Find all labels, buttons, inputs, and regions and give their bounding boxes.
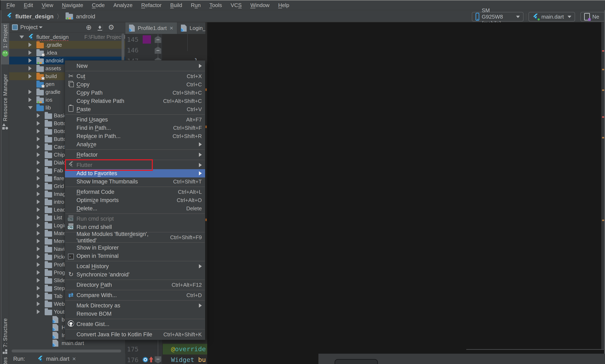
- menubar-item-vcs[interactable]: VCS: [226, 1, 246, 10]
- menubar-item-view[interactable]: View: [37, 1, 58, 10]
- tree-row-main-dart[interactable]: main.dart: [9, 339, 125, 347]
- fold-connector-line: [158, 340, 158, 357]
- menubar-item-navigate[interactable]: Navigate: [58, 1, 88, 10]
- menu-item-analyze[interactable]: Analyze: [65, 140, 205, 149]
- menu-item-copy-path[interactable]: Copy PathCtrl+Shift+C: [65, 89, 205, 97]
- menubar-item-code[interactable]: Code: [87, 1, 109, 10]
- chevron-right-icon: [37, 121, 40, 126]
- error-stripe-mark[interactable]: [602, 69, 604, 70]
- chevron-right-icon: [37, 176, 40, 181]
- tree-row-flutter-design[interactable]: flutter_designF:\Flutter Project\Flutter…: [9, 33, 125, 41]
- menubar-item-edit[interactable]: Edit: [19, 1, 37, 10]
- editor-sliver: [205, 22, 207, 340]
- menu-item-show-in-explorer[interactable]: Show in Explorer: [65, 244, 205, 252]
- menu-item-label: Remove BOM: [77, 311, 112, 317]
- menu-item-new[interactable]: New: [65, 62, 205, 70]
- tool-stripe-button-tes[interactable]: tes: [1, 356, 9, 364]
- menu-separator: [65, 160, 205, 160]
- menu-item-find-in-path[interactable]: Find in Path...Ctrl+Shift+F: [65, 124, 205, 132]
- chevron-right-icon: [37, 255, 40, 259]
- menubar-item-tools[interactable]: Tools: [205, 1, 226, 10]
- menu-item-compare-with[interactable]: ⇄Compare With...Ctrl+D: [65, 291, 205, 299]
- menu-item-remove-bom[interactable]: Remove BOM: [65, 310, 205, 318]
- menu-item-shortcut: Ctrl+V: [178, 106, 202, 113]
- tool-stripe-button-1-project[interactable]: 1: Project: [1, 23, 9, 65]
- menubar-item-file[interactable]: File: [2, 1, 19, 10]
- menubar-item-analyze[interactable]: Analyze: [109, 1, 137, 10]
- menubar-item-build[interactable]: Build: [166, 1, 187, 10]
- line-number: 175: [126, 345, 138, 353]
- tool-stripe-button-resource-manager[interactable]: Resource Manager: [1, 73, 9, 153]
- tree-label: Grid: [54, 183, 64, 189]
- chevron-down-icon: [568, 16, 571, 18]
- menu-item-optimize-imports[interactable]: Optimize ImportsCtrl+Alt+O: [65, 196, 205, 204]
- partial-overlay-button[interactable]: [335, 359, 378, 364]
- bottom-right-divider: [466, 349, 605, 350]
- menu-item-copy-relative-path[interactable]: Copy Relative PathCtrl+Alt+Shift+C: [65, 97, 205, 105]
- menu-item-local-history[interactable]: Local History: [65, 262, 205, 270]
- run-config-selector[interactable]: main.dart: [528, 12, 575, 22]
- chevron-right-icon: [37, 247, 40, 251]
- editor-tab-profile1-dart[interactable]: Profile1.dart×: [125, 22, 177, 34]
- locate-icon[interactable]: ⊕: [86, 24, 92, 31]
- run-tab-main-dart[interactable]: main.dart×: [37, 355, 76, 362]
- project-view-icon: [12, 24, 18, 30]
- chevron-right-icon: [37, 270, 40, 275]
- breadcrumb-android[interactable]: android: [76, 13, 95, 20]
- menu-item-make-modules-flutterdesign-untitled[interactable]: Make Modules 'flutterdesign', 'untitled'…: [65, 233, 205, 242]
- menu-item-run-cmd-shell[interactable]: CMDRun cmd shell: [65, 223, 205, 231]
- menu-item-find-usages[interactable]: Find UsagesAlt+F7: [65, 116, 205, 124]
- menu-item-show-image-thumbnails[interactable]: Show Image ThumbnailsCtrl+Shift+T: [65, 177, 205, 186]
- chevron-right-icon: [37, 160, 40, 165]
- menu-item-create-gist[interactable]: Create Gist...: [65, 320, 205, 328]
- menu-item-paste[interactable]: PasteCtrl+V: [65, 105, 205, 113]
- sync-icon: ↻: [67, 271, 75, 278]
- close-icon[interactable]: ×: [72, 355, 76, 362]
- close-icon[interactable]: ×: [170, 25, 173, 32]
- error-stripe-mark[interactable]: [602, 116, 604, 118]
- menu-item-reformat-code[interactable]: Reformat CodeCtrl+Alt+L: [65, 188, 205, 196]
- menu-item-label: Show Image Thumbnails: [77, 179, 138, 185]
- error-stripe-mark[interactable]: [602, 50, 604, 52]
- chevron-right-icon: [37, 231, 40, 235]
- error-stripe-mark[interactable]: [602, 90, 604, 91]
- menu-item-synchronize-android[interactable]: ↻Synchronize 'android': [65, 270, 205, 279]
- menu-item-open-in-terminal[interactable]: >_Open in Terminal: [65, 252, 205, 260]
- project-panel-header: Project⊕⚙: [9, 22, 125, 32]
- menubar-item-refactor[interactable]: Refactor: [137, 1, 166, 10]
- menu-item-cut[interactable]: ✂CutCtrl+X: [65, 72, 205, 80]
- menu-item-convert-java-file-to-kotlin-file[interactable]: Convert Java File to Kotlin FileCtrl+Alt…: [65, 330, 205, 338]
- device-selector[interactable]: SM G925W8 (mobile): [472, 12, 524, 22]
- menu-separator: [65, 300, 205, 300]
- menubar-item-run[interactable]: Run: [187, 1, 205, 10]
- tree-row-gradle[interactable]: .gradle: [9, 41, 125, 49]
- error-stripe-mark[interactable]: [602, 137, 604, 138]
- menu-item-mark-directory-as[interactable]: Mark Directory as: [65, 301, 205, 310]
- chevron-right-icon: [28, 58, 32, 63]
- menu-separator: [65, 319, 205, 319]
- menu-item-directory-path[interactable]: Directory PathCtrl+Alt+F12: [65, 281, 205, 289]
- breadcrumb-project[interactable]: flutter_design: [15, 13, 54, 20]
- error-stripe-mark[interactable]: [602, 220, 604, 221]
- settings-gear-icon[interactable]: ⚙: [108, 24, 114, 31]
- panel-title[interactable]: Project: [20, 24, 38, 31]
- menu-item-add-to-favorites[interactable]: Add to Favorites: [65, 169, 205, 177]
- menu-item-delete[interactable]: Delete...Delete: [65, 204, 205, 213]
- menu-item-shortcut: Ctrl+Shift+F: [165, 125, 202, 131]
- tree-label: ios: [45, 97, 52, 103]
- menu-item-shortcut: Ctrl+Shift+F9: [162, 234, 202, 241]
- menubar-item-help[interactable]: Help: [274, 1, 293, 10]
- partial-toolbar-button[interactable]: Ne: [580, 12, 605, 22]
- editor-tab-login-outli[interactable]: Login_Outli: [177, 22, 207, 34]
- color-preview-swatch[interactable]: [143, 35, 151, 44]
- menu-item-shortcut: Delete: [178, 205, 202, 212]
- menu-item-copy[interactable]: CopyCtrl+C: [65, 80, 205, 89]
- code-line: @override: [163, 345, 206, 353]
- override-marker-icon[interactable]: [143, 357, 148, 362]
- tool-stripe-button-7-structure[interactable]: 7: Structure: [1, 317, 9, 357]
- tree-horizontal-scrollbar[interactable]: [12, 350, 121, 352]
- menu-item-refactor[interactable]: Refactor: [65, 151, 205, 159]
- menubar-item-window[interactable]: Window: [246, 1, 274, 10]
- tree-row-idea[interactable]: .idea: [9, 49, 125, 57]
- menu-item-replace-in-path[interactable]: Replace in Path...Ctrl+Shift+R: [65, 132, 205, 140]
